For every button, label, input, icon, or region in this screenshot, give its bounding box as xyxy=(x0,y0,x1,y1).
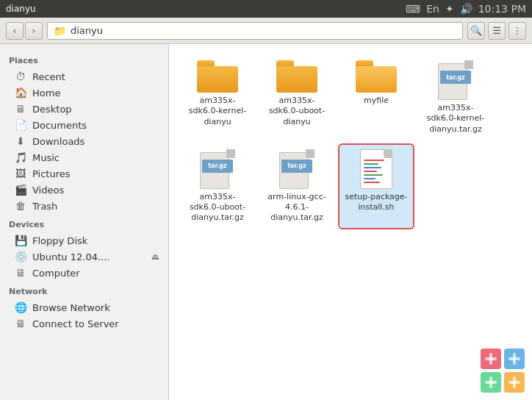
desktop-icon: 🖥 xyxy=(15,103,26,115)
recent-icon: ⏱ xyxy=(15,71,26,82)
bluetooth-icon: ✦ xyxy=(445,3,454,15)
folder-icon xyxy=(276,60,317,93)
sh-icon xyxy=(360,149,392,189)
back-button[interactable]: ‹ xyxy=(6,22,24,40)
documents-icon: 📄 xyxy=(15,119,26,131)
sidebar-item-recent[interactable]: ⏱ Recent xyxy=(0,68,168,85)
file-item-folder-3[interactable]: myfile xyxy=(339,56,413,139)
trash-icon: 🗑 xyxy=(15,200,26,212)
folder-icon xyxy=(197,60,238,93)
file-label: am335x-sdk6.0-kernel-dianyu xyxy=(185,96,250,127)
file-item-sh[interactable]: setup-package-install.sh xyxy=(339,145,413,228)
more-button[interactable]: ⋮ xyxy=(508,22,526,40)
content-area: Places ⏱ Recent 🏠 Home 🖥 Desktop 📄 Docum… xyxy=(0,44,532,400)
sidebar-item-connect-server[interactable]: 🖥 Connect to Server xyxy=(0,315,168,332)
nav-buttons: ‹ › xyxy=(6,22,43,40)
sidebar-item-label: Music xyxy=(32,152,60,163)
browse-network-icon: 🌐 xyxy=(15,301,26,313)
en-icon: En xyxy=(426,3,439,15)
keyboard-icon: ⌨ xyxy=(406,3,420,15)
sidebar-item-videos[interactable]: 🎬 Videos xyxy=(0,182,168,198)
svg-rect-9 xyxy=(489,376,492,388)
file-area[interactable]: am335x-sdk6.0-kernel-dianyu am335x-sdk6.… xyxy=(169,44,532,400)
sidebar-item-pictures[interactable]: 🖼 Pictures xyxy=(0,165,168,182)
time-display: 10:13 PM xyxy=(478,3,526,15)
sidebar-item-floppy[interactable]: 💾 Floppy Disk xyxy=(0,232,168,249)
svg-rect-5 xyxy=(489,353,492,365)
back-icon: ‹ xyxy=(13,26,17,36)
ubuntu-icon: 💿 xyxy=(15,251,26,262)
location-bar[interactable]: 📁 dianyu xyxy=(47,22,463,40)
forward-icon: › xyxy=(32,26,36,36)
file-label: am335x-sdk6.0-kernel-dianyu.tar.gz xyxy=(423,103,488,135)
tgz-icon: tar.gz xyxy=(200,149,235,189)
file-manager-window: ‹ › 📁 dianyu 🔍 ☰ ⋮ Places xyxy=(0,18,532,400)
file-item-tgz-1[interactable]: tar.gz am335x-sdk6.0-kernel-dianyu.tar.g… xyxy=(419,56,492,139)
sidebar-item-computer[interactable]: 🖥 Computer xyxy=(0,265,168,281)
videos-icon: 🎬 xyxy=(15,184,26,196)
pictures-icon: 🖼 xyxy=(15,168,26,179)
sidebar-item-label: Home xyxy=(32,88,60,99)
file-label: arm-linux-gcc-4.6.1-dianyu.tar.gz xyxy=(265,192,329,224)
sidebar-item-label: Desktop xyxy=(32,104,72,115)
tgz-icon: tar.gz xyxy=(438,60,473,100)
location-folder-icon: 📁 xyxy=(54,25,66,37)
music-icon: 🎵 xyxy=(15,151,26,163)
sidebar-item-downloads[interactable]: ⬇ Downloads xyxy=(0,133,168,149)
file-item-tgz-2[interactable]: tar.gz am335x-sdk6.0-uboot-dianyu.tar.gz xyxy=(181,145,254,228)
search-icon: 🔍 xyxy=(470,25,482,36)
sidebar-item-trash[interactable]: 🗑 Trash xyxy=(0,198,168,214)
computer-icon: 🖥 xyxy=(15,267,26,279)
sidebar-item-documents[interactable]: 📄 Documents xyxy=(0,117,168,133)
menu-icon: ☰ xyxy=(492,25,501,36)
sidebar-item-ubuntu[interactable]: 💿 Ubuntu 12.04.... ⏏ xyxy=(0,249,168,265)
sidebar-item-label: Computer xyxy=(32,268,80,279)
sidebar-item-label: Ubuntu 12.04.... xyxy=(32,251,109,262)
titlebar: ‹ › 📁 dianyu 🔍 ☰ ⋮ xyxy=(0,18,532,44)
floppy-icon: 💾 xyxy=(15,235,26,246)
watermark-logo xyxy=(479,347,526,394)
sidebar-item-label: Videos xyxy=(32,185,64,196)
sidebar-item-label: Pictures xyxy=(32,168,70,179)
sidebar-item-desktop[interactable]: 🖥 Desktop xyxy=(0,101,168,117)
svg-rect-11 xyxy=(513,376,516,388)
menu-button[interactable]: ☰ xyxy=(488,22,506,40)
system-bar: dianyu ⌨ En ✦ 🔊 10:13 PM xyxy=(0,0,532,18)
sidebar-item-music[interactable]: 🎵 Music xyxy=(0,149,168,165)
system-bar-left: dianyu xyxy=(6,4,36,14)
location-text: dianyu xyxy=(71,25,103,36)
file-label: am335x-sdk6.0-uboot-dianyu.tar.gz xyxy=(185,192,250,224)
more-icon: ⋮ xyxy=(513,25,522,36)
forward-button[interactable]: › xyxy=(25,22,43,40)
file-item-tgz-3[interactable]: tar.gz arm-linux-gcc-4.6.1-dianyu.tar.gz xyxy=(260,145,334,228)
sidebar-section-network: Network xyxy=(0,281,168,299)
eject-icon[interactable]: ⏏ xyxy=(151,251,159,262)
search-button[interactable]: 🔍 xyxy=(467,22,485,40)
titlebar-actions: 🔍 ☰ ⋮ xyxy=(467,22,526,40)
file-item-folder-1[interactable]: am335x-sdk6.0-kernel-dianyu xyxy=(181,56,254,139)
connect-server-icon: 🖥 xyxy=(15,318,26,329)
sidebar-item-label: Browse Network xyxy=(32,302,110,313)
file-label: setup-package-install.sh xyxy=(344,192,409,213)
sidebar-section-devices: Devices xyxy=(0,214,168,232)
sidebar-item-label: Connect to Server xyxy=(32,318,119,329)
system-bar-right: ⌨ En ✦ 🔊 10:13 PM xyxy=(406,3,526,15)
sidebar: Places ⏱ Recent 🏠 Home 🖥 Desktop 📄 Docum… xyxy=(0,44,169,400)
sidebar-item-label: Downloads xyxy=(32,136,85,147)
sidebar-section-places: Places xyxy=(0,50,168,68)
sidebar-item-label: Trash xyxy=(32,201,57,212)
home-icon: 🏠 xyxy=(15,87,26,99)
sidebar-item-label: Documents xyxy=(32,120,87,131)
volume-icon: 🔊 xyxy=(460,3,472,15)
file-label: am335x-sdk6.0-uboot-dianyu xyxy=(265,96,329,127)
sidebar-item-label: Recent xyxy=(32,71,65,82)
sidebar-item-label: Floppy Disk xyxy=(32,235,87,246)
downloads-icon: ⬇ xyxy=(15,135,26,147)
svg-rect-7 xyxy=(513,353,516,365)
sidebar-item-browse-network[interactable]: 🌐 Browse Network xyxy=(0,299,168,315)
file-item-folder-2[interactable]: am335x-sdk6.0-uboot-dianyu xyxy=(260,56,334,139)
tgz-icon: tar.gz xyxy=(279,149,314,189)
app-title: dianyu xyxy=(6,4,36,14)
folder-icon xyxy=(356,60,397,93)
sidebar-item-home[interactable]: 🏠 Home xyxy=(0,85,168,101)
